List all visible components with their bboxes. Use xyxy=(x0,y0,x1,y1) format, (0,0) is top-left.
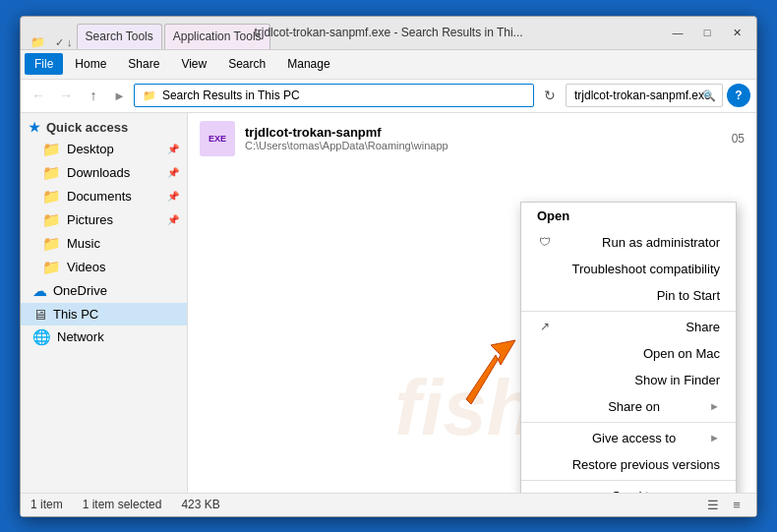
sidebar-item-this-pc[interactable]: 🖥 This PC xyxy=(21,303,187,325)
ctx-restore-versions[interactable]: Restore previous versions xyxy=(521,451,736,478)
onedrive-icon: ☁ xyxy=(32,282,47,300)
file-icon: EXE xyxy=(200,121,235,156)
ctx-open-label: Open xyxy=(537,208,569,223)
file-name: trjdlcot-trokan-sanpmf xyxy=(245,125,448,140)
ctx-troubleshoot[interactable]: Troubleshoot compatibility xyxy=(521,256,736,282)
sidebar-item-downloads-label: Downloads xyxy=(67,165,130,180)
ribbon-tab-manage[interactable]: Manage xyxy=(277,53,339,75)
file-item[interactable]: EXE trjdlcot-trokan-sanpmf C:\Users\toma… xyxy=(188,113,756,164)
sidebar-item-music[interactable]: 📁 Music xyxy=(21,232,187,256)
ctx-share[interactable]: ↗ Share xyxy=(521,314,736,340)
chevron-icon: ► xyxy=(709,490,720,493)
address-bar: ← → ↑ ► 📁 Search Results in This PC ↻ 🔍 … xyxy=(21,80,756,113)
file-size-suffix: 05 xyxy=(732,132,745,146)
network-icon: 🌐 xyxy=(32,328,51,346)
svg-marker-0 xyxy=(466,340,515,404)
share-icon: ↗ xyxy=(537,320,553,333)
ctx-give-access[interactable]: Give access to ► xyxy=(521,425,736,451)
back-button[interactable]: ← xyxy=(27,84,50,107)
forward-button[interactable]: → xyxy=(54,84,78,107)
ctx-pin-start-label: Pin to Start xyxy=(657,288,720,303)
minimize-button[interactable]: — xyxy=(664,23,691,42)
window-controls: — □ ✕ xyxy=(664,23,756,42)
sidebar-item-documents[interactable]: 📁 Documents 📌 xyxy=(21,185,187,208)
help-button[interactable]: ? xyxy=(727,84,750,107)
ctx-share-label: Share xyxy=(686,320,720,334)
file-info: trjdlcot-trokan-sanpmf C:\Users\tomas\Ap… xyxy=(245,125,448,151)
title-bar-tabs: 📁 ✓ ↓ Search Tools Application Tools xyxy=(21,17,270,49)
sidebar-item-this-pc-label: This PC xyxy=(53,307,98,322)
details-view-button[interactable]: ≡ xyxy=(727,495,747,514)
sidebar-item-quick-access[interactable]: ★ Quick access xyxy=(21,117,187,138)
sidebar-item-network[interactable]: 🌐 Network xyxy=(21,325,187,349)
ctx-open[interactable]: Open xyxy=(521,203,736,229)
ribbon-tab-search[interactable]: Search xyxy=(218,53,275,75)
path-separator: ► xyxy=(109,89,130,103)
ctx-run-admin-label: Run as administrator xyxy=(602,235,720,250)
sidebar-item-desktop[interactable]: 📁 Desktop 📌 xyxy=(21,138,187,161)
search-tools-tab[interactable]: Search Tools xyxy=(77,24,162,49)
refresh-button[interactable]: ↻ xyxy=(538,84,562,107)
window-title: trjdlcot-trokan-sanpmf.exe - Search Resu… xyxy=(254,26,522,39)
ctx-share-on-label: Share on xyxy=(608,399,660,414)
sidebar-item-desktop-label: Desktop xyxy=(67,142,114,156)
ctx-give-access-label: Give access to xyxy=(592,431,676,445)
ctx-send-to-label: Send to xyxy=(612,489,656,493)
quick-access-toolbar: ✓ ↓ xyxy=(53,36,75,49)
arrow-svg xyxy=(451,335,530,414)
close-button[interactable]: ✕ xyxy=(723,23,750,42)
ribbon-tab-view[interactable]: View xyxy=(171,53,216,75)
ctx-run-admin[interactable]: 🛡 Run as administrator xyxy=(521,229,736,256)
status-selected: 1 item selected xyxy=(83,498,162,511)
ctx-pin-start[interactable]: Pin to Start xyxy=(521,282,736,309)
address-input[interactable]: 📁 Search Results in This PC xyxy=(134,84,534,107)
ctx-show-finder-label: Show in Finder xyxy=(634,373,720,387)
folder-icon: 📁 xyxy=(42,141,61,158)
search-input[interactable] xyxy=(574,89,714,102)
ribbon-tab-home[interactable]: Home xyxy=(65,53,116,75)
arrow-overlay xyxy=(451,335,530,414)
folder-icon: 📁 xyxy=(42,164,61,182)
ctx-restore-label: Restore previous versions xyxy=(572,457,720,472)
file-icon-text: EXE xyxy=(209,134,226,144)
list-view-button[interactable]: ☰ xyxy=(703,495,723,514)
ctx-show-finder[interactable]: Show in Finder xyxy=(521,367,736,393)
sidebar: ★ Quick access 📁 Desktop 📌 📁 Downloads 📌… xyxy=(21,113,188,493)
chevron-icon: ► xyxy=(709,400,720,412)
file-path: C:\Users\tomas\AppData\Roaming\winapp xyxy=(245,140,448,151)
star-icon: ★ xyxy=(29,120,40,135)
sidebar-item-onedrive[interactable]: ☁ OneDrive xyxy=(21,279,187,303)
ctx-divider-1 xyxy=(521,311,736,312)
search-box[interactable]: 🔍 xyxy=(566,84,723,107)
search-icon: 🔍 xyxy=(702,89,716,102)
ctx-troubleshoot-label: Troubleshoot compatibility xyxy=(571,262,720,276)
status-count: 1 item xyxy=(30,498,63,511)
folder-icon: 📁 xyxy=(42,211,61,229)
sidebar-item-pictures[interactable]: 📁 Pictures 📌 xyxy=(21,208,187,232)
context-menu: Open 🛡 Run as administrator Troubleshoot… xyxy=(520,202,737,493)
ctx-open-mac-label: Open on Mac xyxy=(643,346,720,361)
ribbon-tab-share[interactable]: Share xyxy=(118,53,169,75)
sidebar-item-quick-access-label: Quick access xyxy=(46,120,128,135)
up-button[interactable]: ↑ xyxy=(82,84,105,107)
path-icon: 📁 xyxy=(143,89,156,102)
ctx-open-mac[interactable]: Open on Mac xyxy=(521,340,736,367)
sidebar-item-music-label: Music xyxy=(67,236,100,251)
ctx-divider-3 xyxy=(521,480,736,481)
sidebar-item-onedrive-label: OneDrive xyxy=(53,283,107,298)
sidebar-item-pictures-label: Pictures xyxy=(67,212,113,227)
ribbon-tab-file[interactable]: File xyxy=(25,53,63,75)
file-area: fishree EXE trjdlcot-trokan-sanpmf C:\Us… xyxy=(188,113,756,493)
ctx-send-to[interactable]: Send to ► xyxy=(521,483,736,493)
sidebar-item-downloads[interactable]: 📁 Downloads 📌 xyxy=(21,161,187,185)
main-content: ★ Quick access 📁 Desktop 📌 📁 Downloads 📌… xyxy=(21,113,756,493)
maximize-button[interactable]: □ xyxy=(693,23,721,42)
status-size: 423 KB xyxy=(181,498,219,511)
folder-icon: 📁 xyxy=(42,259,61,276)
sidebar-item-videos-label: Videos xyxy=(67,260,106,274)
pin-icon: 📌 xyxy=(167,167,179,178)
sidebar-item-videos[interactable]: 📁 Videos xyxy=(21,256,187,279)
ctx-share-on[interactable]: Share on ► xyxy=(521,393,736,420)
sidebar-item-documents-label: Documents xyxy=(67,189,132,204)
pin-icon: 📌 xyxy=(167,214,179,225)
